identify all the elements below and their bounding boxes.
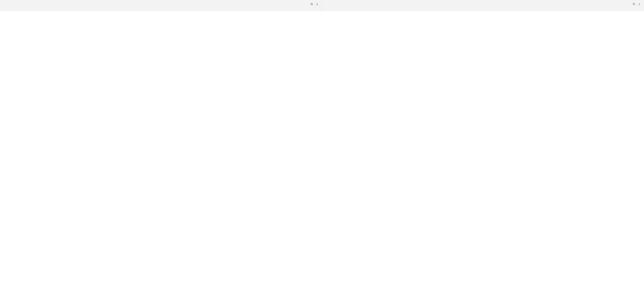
input-panel [0,0,322,15]
copy-icon[interactable] [310,3,313,6]
output-panel [322,0,644,15]
output-subtitle [322,8,644,11]
download-icon[interactable] [316,3,319,6]
copy-icon[interactable] [632,3,636,6]
output-code[interactable] [322,11,644,15]
input-subtitle [0,8,322,11]
download-icon[interactable] [638,3,641,6]
io-panels [0,0,644,15]
input-code[interactable] [0,11,322,15]
